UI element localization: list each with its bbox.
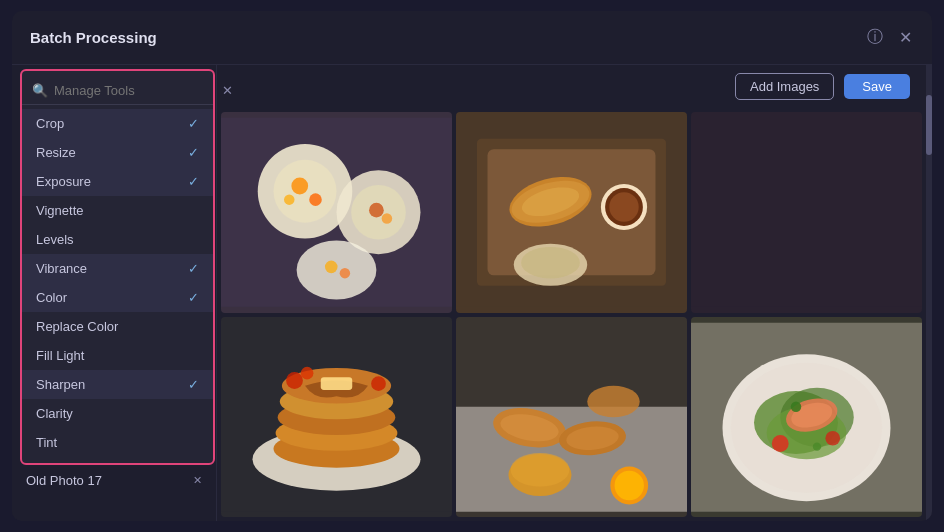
dropdown-item-label: Crop	[36, 116, 64, 131]
dropdown-item-color[interactable]: Color ✓	[22, 283, 213, 312]
dropdown-item-exposure[interactable]: Exposure ✓	[22, 167, 213, 196]
manage-tools-dropdown: 🔍 ✕ Crop ✓ Resize ✓ Exposure ✓ Vignette …	[20, 69, 215, 465]
remove-item-icon[interactable]: ✕	[193, 474, 202, 487]
save-button[interactable]: Save	[844, 74, 910, 99]
check-icon: ✓	[188, 174, 199, 189]
dropdown-item-label: Fill Light	[36, 348, 84, 363]
dropdown-item-resize[interactable]: Resize ✓	[22, 138, 213, 167]
batch-processing-modal: Batch Processing ⓘ ✕ Manage Tools › Vibr…	[12, 11, 932, 521]
dropdown-item-label: Tint	[36, 435, 57, 450]
clear-search-icon[interactable]: ✕	[222, 83, 233, 98]
sidebar-item-old-photo-17[interactable]: Old Photo 17 ✕	[12, 466, 216, 495]
dropdown-item-label: Vibrance	[36, 261, 87, 276]
header-icons: ⓘ ✕	[865, 25, 914, 50]
svg-point-57	[791, 401, 802, 412]
sidebar-item-label: Old Photo 17	[26, 473, 102, 488]
dropdown-item-label: Color	[36, 290, 67, 305]
svg-rect-31	[321, 377, 353, 390]
dropdown-item-label: Resize	[36, 145, 76, 160]
dropdown-item-sharpen[interactable]: Sharpen ✓	[22, 370, 213, 399]
dropdown-item-replace-color[interactable]: Replace Color	[22, 312, 213, 341]
svg-point-11	[325, 261, 338, 274]
search-input[interactable]	[54, 83, 222, 98]
svg-point-55	[772, 435, 789, 452]
svg-point-12	[340, 268, 351, 279]
dropdown-item-label: Replace Color	[36, 319, 118, 334]
svg-point-45	[587, 385, 640, 417]
modal-header: Batch Processing ⓘ ✕	[12, 11, 932, 65]
svg-point-34	[301, 366, 314, 379]
modal-body: Manage Tools › Vibrance ✕ Crop ✕ Resize …	[12, 65, 932, 521]
add-images-button[interactable]: Add Images	[735, 73, 834, 100]
image-cell-1[interactable]	[221, 112, 452, 313]
svg-point-42	[615, 470, 644, 499]
main-toolbar: Add Images Save	[217, 65, 926, 108]
svg-point-9	[382, 213, 393, 224]
svg-point-33	[371, 376, 386, 391]
check-icon: ✓	[188, 377, 199, 392]
check-icon: ✓	[188, 145, 199, 160]
dropdown-item-vibrance[interactable]: Vibrance ✓	[22, 254, 213, 283]
dropdown-item-crop[interactable]: Crop ✓	[22, 109, 213, 138]
image-cell-placeholder	[691, 112, 922, 313]
search-icon: 🔍	[32, 83, 48, 98]
dropdown-item-label: Levels	[36, 232, 74, 247]
image-cell-3[interactable]	[221, 317, 452, 518]
svg-point-5	[284, 194, 295, 205]
svg-point-4	[309, 193, 322, 206]
modal-title: Batch Processing	[30, 29, 157, 46]
dropdown-item-tint[interactable]: Tint	[22, 428, 213, 457]
svg-point-32	[286, 372, 303, 389]
close-button[interactable]: ✕	[897, 26, 914, 49]
check-icon: ✓	[188, 290, 199, 305]
dropdown-search-area: 🔍 ✕	[22, 77, 213, 105]
info-button[interactable]: ⓘ	[865, 25, 885, 50]
dropdown-item-levels[interactable]: Levels	[22, 225, 213, 254]
svg-point-3	[291, 178, 308, 195]
dropdown-item-label: Sharpen	[36, 377, 85, 392]
check-icon: ✓	[188, 116, 199, 131]
check-icon: ✓	[188, 261, 199, 276]
svg-point-8	[369, 203, 384, 218]
scrollbar-track	[926, 65, 932, 521]
dropdown-items: Crop ✓ Resize ✓ Exposure ✓ Vignette Leve…	[22, 109, 213, 457]
svg-point-56	[825, 430, 840, 445]
svg-rect-36	[456, 406, 687, 511]
dropdown-item-label: Clarity	[36, 406, 73, 421]
image-cell-2[interactable]	[456, 112, 687, 313]
svg-rect-59	[691, 118, 922, 307]
image-cell-4[interactable]	[456, 317, 687, 518]
svg-point-23	[521, 247, 580, 279]
dropdown-item-fill-light[interactable]: Fill Light	[22, 341, 213, 370]
dropdown-item-label: Exposure	[36, 174, 91, 189]
scrollbar-thumb[interactable]	[926, 95, 932, 155]
main-content: Add Images Save	[217, 65, 926, 521]
svg-point-21	[609, 192, 638, 221]
image-cell-5[interactable]	[691, 317, 922, 518]
svg-point-58	[813, 442, 821, 450]
dropdown-item-clarity[interactable]: Clarity	[22, 399, 213, 428]
dropdown-item-label: Vignette	[36, 203, 83, 218]
svg-point-44	[511, 452, 570, 486]
image-grid	[217, 108, 926, 521]
dropdown-item-vignette[interactable]: Vignette	[22, 196, 213, 225]
